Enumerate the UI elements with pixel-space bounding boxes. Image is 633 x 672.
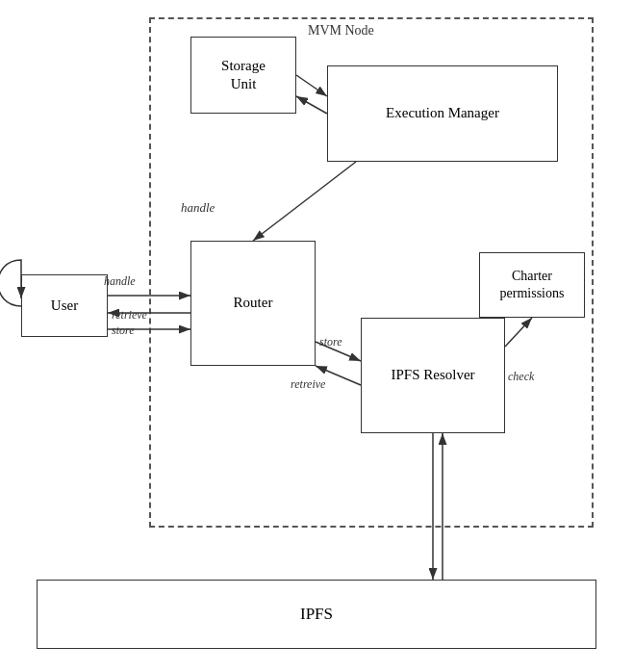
router-box: Router	[190, 241, 316, 366]
diagram: MVM Node Storage Unit Execution Manager …	[0, 0, 633, 672]
ipfs-resolver-box: IPFS Resolver	[361, 318, 505, 433]
storage-unit-box: Storage Unit	[190, 37, 296, 114]
mvm-node-label: MVM Node	[308, 23, 374, 39]
store-label-2: store	[319, 335, 342, 349]
handle-label-1: handle	[181, 200, 215, 216]
retreive-label: retreive	[291, 377, 325, 392]
handle-label-2: handle	[104, 274, 136, 289]
ipfs-resolver-label: IPFS Resolver	[391, 366, 474, 385]
ipfs-label: IPFS	[300, 604, 333, 625]
execution-manager-box: Execution Manager	[327, 65, 558, 162]
check-label: check	[508, 370, 534, 384]
storage-unit-label: Storage Unit	[221, 57, 266, 94]
retrieve-label: retrieve	[112, 308, 147, 323]
ipfs-box: IPFS	[37, 580, 596, 649]
execution-manager-label: Execution Manager	[386, 104, 499, 123]
router-label: Router	[234, 294, 273, 313]
user-label: User	[51, 297, 78, 316]
store-label-1: store	[112, 323, 135, 338]
charter-permissions-box: Charter permissions	[479, 252, 585, 318]
charter-permissions-label: Charter permissions	[500, 268, 565, 302]
user-box: User	[21, 274, 108, 337]
